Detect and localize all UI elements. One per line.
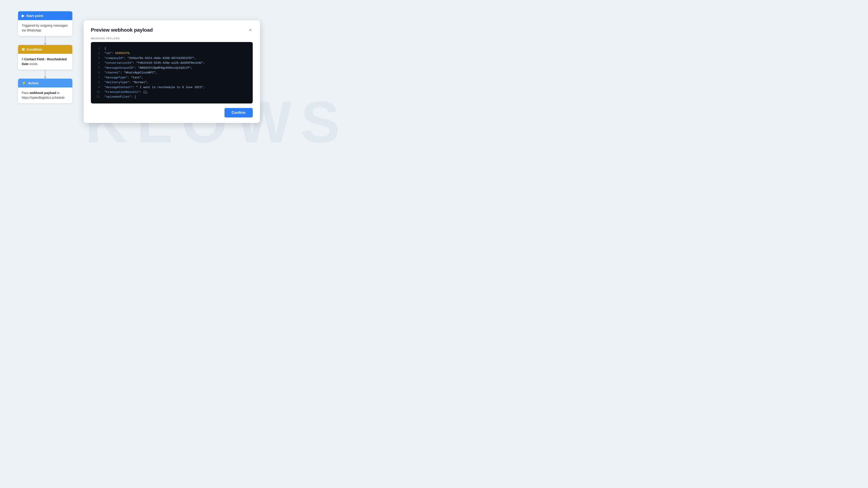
line-number: 9 bbox=[95, 85, 100, 90]
action-node: ⚡ Action Pass webhook payload to https:/… bbox=[18, 78, 72, 103]
section-label: MESSAGE PAYLOAD bbox=[91, 37, 253, 40]
line-number: 2 bbox=[95, 51, 100, 56]
line-number: 5 bbox=[95, 66, 100, 70]
confirm-button[interactable]: Confirm bbox=[224, 108, 253, 118]
start-node: ▶ Start point Triggered by outgoing mess… bbox=[18, 11, 72, 36]
line-content: "companyId": "204ba70e-6314-4b0e-8288-68… bbox=[104, 56, 248, 61]
modal-footer: Confirm bbox=[91, 108, 253, 118]
action-node-header: ⚡ Action bbox=[18, 78, 72, 88]
line-number: 3 bbox=[95, 56, 100, 61]
condition-node-body: if Contact Field - Rescheduled Date exis… bbox=[18, 54, 72, 70]
line-content: "id": 56965470, bbox=[104, 51, 248, 56]
condition-node: ⊞ Condition if Contact Field - Reschedul… bbox=[18, 45, 72, 70]
condition-prefix: if bbox=[22, 57, 24, 61]
line-number: 4 bbox=[95, 61, 100, 65]
line-number: 7 bbox=[95, 75, 100, 80]
code-line: 11"uploadedFiles": [ bbox=[95, 94, 248, 99]
line-content: "channel": "WhatsAppCloudAPI", bbox=[104, 70, 248, 75]
code-line: 3"companyId": "204ba70e-6314-4b0e-8288-6… bbox=[95, 56, 248, 61]
code-block: 1{2"id": 56965470,3"companyId": "204ba70… bbox=[91, 42, 253, 103]
start-node-description: Triggered by outgoing messages via Whats… bbox=[22, 24, 68, 32]
condition-node-title: Condition bbox=[26, 47, 42, 51]
line-content: "messageType": "text", bbox=[104, 75, 248, 80]
condition-suffix: exists bbox=[29, 62, 37, 66]
action-prefix: Pass bbox=[22, 91, 30, 95]
code-line: 4"conversationId": "fd622419-5245-420e-a… bbox=[95, 61, 248, 65]
code-line: 5"messageUniqueID": "ABGGhSY1BpBPAgo6G0o… bbox=[95, 66, 248, 70]
start-node-body: Triggered by outgoing messages via Whats… bbox=[18, 20, 72, 36]
line-content: "messageUniqueID": "ABGGhSY1BpBPAgo6G0os… bbox=[104, 66, 248, 70]
action-icon: ⚡ bbox=[22, 81, 26, 85]
line-number: 6 bbox=[95, 70, 100, 75]
action-bold: webhook payload bbox=[30, 91, 56, 95]
line-number: 10 bbox=[95, 90, 100, 94]
line-content: "conversationId": "fd622419-5245-420e-a1… bbox=[104, 61, 248, 65]
start-node-title: Start point bbox=[26, 14, 43, 18]
modal-header: Preview webhook payload × bbox=[91, 27, 253, 33]
code-line: 7"messageType": "text", bbox=[95, 75, 248, 80]
connector-2 bbox=[45, 70, 45, 78]
line-content: { bbox=[104, 46, 248, 51]
line-number: 8 bbox=[95, 80, 100, 85]
code-line: 6"channel": "WhatsAppCloudAPI", bbox=[95, 70, 248, 75]
modal-title: Preview webhook payload bbox=[91, 27, 153, 33]
condition-node-header: ⊞ Condition bbox=[18, 45, 72, 54]
code-line: 8"deliveryType": "Normal", bbox=[95, 80, 248, 85]
code-line: 2"id": 56965470, bbox=[95, 51, 248, 56]
line-number: 11 bbox=[95, 94, 100, 99]
play-icon: ▶ bbox=[22, 13, 24, 18]
webhook-modal: Preview webhook payload × MESSAGE PAYLOA… bbox=[84, 20, 260, 123]
line-content: "uploadedFiles": [ bbox=[104, 94, 248, 99]
code-line: 10"translationResults": [], bbox=[95, 90, 248, 94]
line-number: 1 bbox=[95, 46, 100, 51]
action-node-title: Action bbox=[28, 81, 39, 85]
line-content: "messageContent": " I want to reschedule… bbox=[104, 85, 248, 90]
code-line: 9"messageContent": " I want to reschedul… bbox=[95, 85, 248, 90]
line-content: "translationResults": [], bbox=[104, 90, 248, 94]
code-line: 1{ bbox=[95, 46, 248, 51]
line-content: "deliveryType": "Normal", bbox=[104, 80, 248, 85]
action-node-body: Pass webhook payload to https://speedlog… bbox=[18, 88, 72, 103]
modal-close-button[interactable]: × bbox=[248, 27, 253, 33]
workflow-panel: ▶ Start point Triggered by outgoing mess… bbox=[18, 11, 72, 103]
connector-1 bbox=[45, 36, 45, 45]
start-node-header: ▶ Start point bbox=[18, 11, 72, 20]
condition-icon: ⊞ bbox=[22, 47, 25, 52]
